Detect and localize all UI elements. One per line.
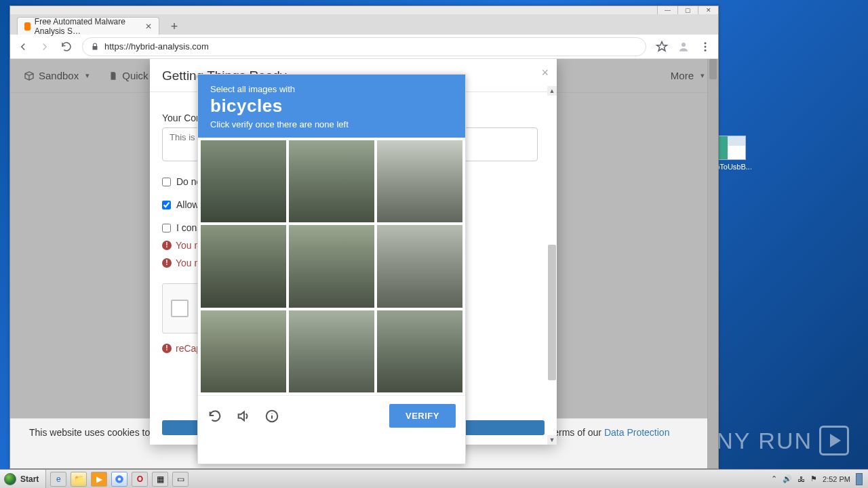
taskbar-ie[interactable]: e [50, 472, 66, 487]
cookie-text-left: This website uses cookies to [29, 427, 150, 438]
close-tab-icon[interactable]: ✕ [145, 22, 152, 31]
browser-tab[interactable]: Free Automated Malware Analysis S… ✕ [17, 17, 159, 35]
modal-scrollbar[interactable]: ▲ ▼ [547, 86, 557, 445]
tray-volume-icon[interactable]: 🔊 [783, 474, 792, 483]
url-text: https://hybrid-analysis.com [104, 41, 209, 52]
svg-point-0 [682, 43, 686, 47]
window-titlebar: — ▢ ✕ [10, 6, 718, 14]
error-icon: ! [162, 344, 172, 353]
tray-show-desktop[interactable] [856, 473, 863, 485]
play-icon [819, 426, 849, 455]
recaptcha-checkbox[interactable] [171, 300, 189, 317]
menu-icon[interactable] [699, 41, 711, 53]
windows-icon [4, 473, 16, 485]
svg-point-1 [705, 42, 707, 44]
captcha-tile[interactable] [201, 225, 286, 307]
back-button[interactable] [17, 41, 29, 53]
modal-close-button[interactable]: × [541, 66, 549, 80]
svg-point-3 [705, 49, 707, 51]
captcha-header: Select all images with bicycles Click ve… [198, 75, 465, 138]
chrome-icon [115, 474, 124, 484]
url-field[interactable]: https://hybrid-analysis.com [82, 37, 646, 56]
captcha-target: bicycles [210, 96, 453, 117]
captcha-instruction-2: Click verify once there are none left [210, 119, 453, 129]
captcha-tile[interactable] [289, 310, 374, 392]
maximize-button[interactable]: ▢ [677, 6, 698, 14]
svg-point-2 [705, 45, 707, 47]
watermark: ANY RUN [700, 426, 849, 455]
captcha-instruction-1: Select all images with [210, 84, 453, 94]
tray-flag-icon[interactable]: ⚑ [810, 474, 817, 483]
profile-icon[interactable] [677, 41, 690, 53]
scroll-up-icon[interactable]: ▲ [547, 86, 557, 96]
taskbar-chrome[interactable] [111, 472, 127, 487]
taskbar-opera[interactable]: O [132, 472, 148, 487]
taskbar-media[interactable]: ▶ [91, 472, 107, 487]
new-tab-button[interactable]: + [166, 18, 182, 35]
captcha-grid [198, 138, 465, 395]
address-bar: https://hybrid-analysis.com [10, 35, 718, 59]
captcha-tile[interactable] [201, 140, 286, 222]
info-icon[interactable] [264, 409, 279, 424]
captcha-tile[interactable] [377, 225, 462, 307]
star-icon[interactable] [656, 41, 668, 53]
tray-chevron-icon[interactable]: ⌃ [771, 474, 777, 483]
taskbar-explorer[interactable]: 📁 [71, 472, 87, 487]
verify-label: VERIFY [406, 411, 439, 421]
taskbar: Start e 📁 ▶ O ▦ ▭ ⌃ 🔊 🖧 ⚑ 2:52 PM [0, 469, 868, 488]
forward-button[interactable] [39, 41, 51, 53]
close-window-button[interactable]: ✕ [698, 6, 718, 14]
start-button[interactable]: Start [0, 470, 46, 488]
minimize-button[interactable]: — [657, 6, 677, 14]
tray-network-icon[interactable]: 🖧 [797, 475, 805, 483]
checkbox-share[interactable] [162, 178, 171, 186]
tab-strip: Free Automated Malware Analysis S… ✕ + [10, 14, 718, 35]
captcha-challenge: Select all images with bicycles Click ve… [197, 74, 466, 464]
file-icon [717, 136, 746, 160]
reload-button[interactable] [60, 41, 73, 53]
reload-icon[interactable] [208, 409, 222, 424]
scroll-down-icon[interactable]: ▼ [547, 435, 557, 445]
tab-title: Free Automated Malware Analysis S… [35, 17, 137, 36]
captcha-tile[interactable] [289, 140, 374, 222]
taskbar-app1[interactable]: ▦ [152, 472, 168, 487]
captcha-tile[interactable] [377, 310, 462, 392]
page-content: Sandbox Quick S More This website uses c… [10, 59, 718, 468]
verify-button[interactable]: VERIFY [389, 404, 456, 428]
error-icon: ! [162, 241, 172, 250]
lock-icon [91, 43, 99, 51]
svg-point-6 [118, 477, 121, 481]
captcha-tile[interactable] [289, 225, 374, 307]
checkbox-allow[interactable] [162, 201, 171, 209]
start-label: Start [20, 474, 39, 484]
modal-scroll-thumb[interactable] [548, 245, 556, 380]
browser-window: — ▢ ✕ Free Automated Malware Analysis S…… [9, 5, 719, 469]
checkbox-consent[interactable] [162, 224, 171, 232]
captcha-tile[interactable] [201, 310, 286, 392]
system-tray: ⌃ 🔊 🖧 ⚑ 2:52 PM [766, 473, 868, 485]
tray-clock[interactable]: 2:52 PM [823, 475, 850, 483]
captcha-footer: VERIFY [198, 395, 465, 436]
taskbar-app2[interactable]: ▭ [172, 472, 189, 487]
error-icon: ! [162, 258, 172, 268]
cookie-dpp-link[interactable]: Data Protection [604, 427, 670, 438]
audio-icon[interactable] [236, 409, 251, 424]
favicon-icon [24, 22, 31, 30]
captcha-tile[interactable] [377, 140, 462, 222]
